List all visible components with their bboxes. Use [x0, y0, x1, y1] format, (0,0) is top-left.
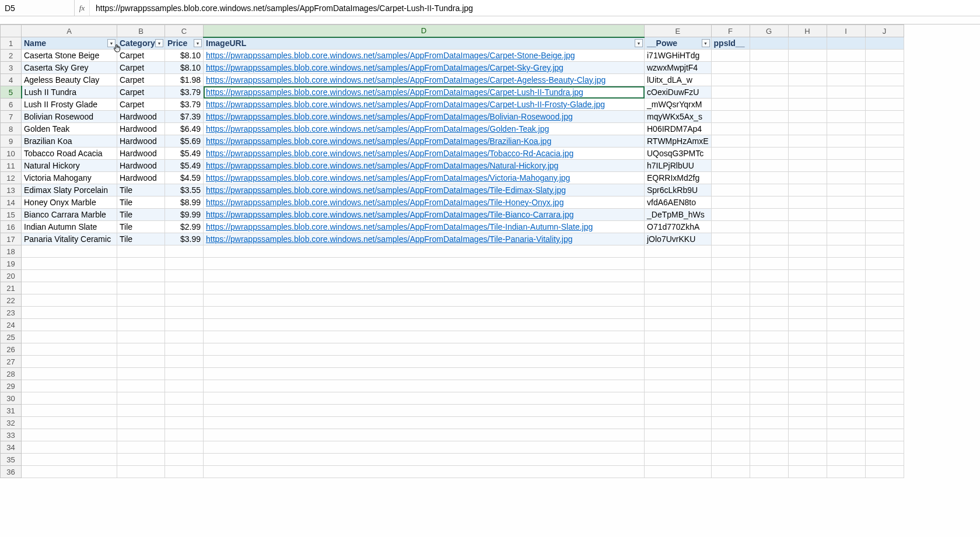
cell[interactable]: Carpet [117, 74, 165, 86]
table-header-cell[interactable]: ImageURL▼ [204, 37, 645, 50]
cell[interactable] [827, 307, 865, 319]
cell[interactable] [865, 441, 904, 454]
cell[interactable] [827, 221, 865, 233]
cell[interactable] [22, 368, 117, 380]
cell[interactable] [165, 331, 204, 343]
cell[interactable] [204, 245, 645, 258]
cell[interactable]: $3.55 [165, 184, 204, 196]
row-header[interactable]: 33 [1, 429, 22, 441]
cell[interactable] [711, 148, 750, 160]
cell[interactable]: Bianco Carrara Marble [22, 209, 117, 221]
cell[interactable]: https://pwrappssamples.blob.core.windows… [204, 221, 645, 233]
cell[interactable]: h7ILPjRlbUU [645, 160, 712, 172]
cell[interactable] [204, 368, 645, 380]
cell[interactable] [204, 417, 645, 429]
cell[interactable] [750, 62, 788, 74]
row-header[interactable]: 34 [1, 441, 22, 454]
cell[interactable] [827, 74, 865, 86]
filter-dropdown-icon[interactable]: ▼ [635, 39, 643, 47]
cell[interactable] [165, 441, 204, 454]
row-header[interactable]: 20 [1, 270, 22, 282]
table-header-cell[interactable] [827, 37, 865, 50]
cell[interactable] [750, 307, 788, 319]
cell[interactable]: $9.99 [165, 209, 204, 221]
cell[interactable]: wzwxMwpjtF4 [645, 62, 712, 74]
cell[interactable] [827, 405, 865, 417]
image-url-link[interactable]: https://pwrappssamples.blob.core.windows… [206, 75, 606, 85]
cell[interactable] [788, 454, 827, 466]
cell[interactable]: Hardwood [117, 172, 165, 184]
cell[interactable] [117, 441, 165, 454]
cell[interactable] [750, 368, 788, 380]
cell[interactable] [711, 172, 750, 184]
cell[interactable]: https://pwrappssamples.blob.core.windows… [204, 233, 645, 245]
cell[interactable]: Tile [117, 209, 165, 221]
cell[interactable] [865, 221, 904, 233]
cell[interactable] [22, 307, 117, 319]
cell[interactable] [117, 245, 165, 258]
cell[interactable] [22, 429, 117, 441]
cell[interactable] [788, 368, 827, 380]
row-header[interactable]: 10 [1, 148, 22, 160]
cell[interactable] [711, 135, 750, 148]
cell[interactable] [204, 331, 645, 343]
cell[interactable] [865, 417, 904, 429]
cell[interactable] [788, 221, 827, 233]
cell[interactable] [788, 245, 827, 258]
cell[interactable]: Caserta Stone Beige [22, 50, 117, 62]
image-url-link[interactable]: https://pwrappssamples.blob.core.windows… [206, 51, 575, 60]
row-header[interactable]: 24 [1, 319, 22, 331]
image-url-link[interactable]: https://pwrappssamples.blob.core.windows… [206, 222, 593, 231]
cell[interactable] [827, 282, 865, 294]
cell[interactable]: Carpet [117, 99, 165, 111]
cell[interactable] [865, 209, 904, 221]
cell[interactable] [165, 454, 204, 466]
row-header[interactable]: 16 [1, 221, 22, 233]
cell[interactable]: https://pwrappssamples.blob.core.windows… [204, 196, 645, 209]
cell[interactable] [865, 123, 904, 135]
cell[interactable] [750, 343, 788, 356]
cell[interactable]: https://pwrappssamples.blob.core.windows… [204, 123, 645, 135]
cell[interactable]: UQosqG3PMTc [645, 148, 712, 160]
cell[interactable] [117, 454, 165, 466]
cell[interactable]: _mWQsrYqrxM [645, 99, 712, 111]
cell[interactable]: H06IRDM7Ap4 [645, 123, 712, 135]
image-url-link[interactable]: https://pwrappssamples.blob.core.windows… [206, 198, 564, 207]
row-header[interactable]: 25 [1, 331, 22, 343]
cell[interactable] [750, 331, 788, 343]
cell[interactable]: $5.49 [165, 148, 204, 160]
cell[interactable] [750, 111, 788, 123]
cell[interactable] [827, 319, 865, 331]
cell[interactable] [865, 111, 904, 123]
cell[interactable] [865, 62, 904, 74]
cell[interactable] [750, 221, 788, 233]
table-header-cell[interactable] [750, 37, 788, 50]
row-header[interactable]: 9 [1, 135, 22, 148]
cell[interactable]: O71d770ZkhA [645, 221, 712, 233]
cell[interactable] [117, 319, 165, 331]
cell[interactable] [788, 282, 827, 294]
cell[interactable] [117, 343, 165, 356]
cell[interactable] [827, 209, 865, 221]
cell[interactable] [711, 343, 750, 356]
cell[interactable] [788, 233, 827, 245]
cell[interactable] [827, 99, 865, 111]
cell[interactable] [645, 245, 712, 258]
cell[interactable] [788, 123, 827, 135]
cell[interactable] [117, 466, 165, 478]
cell[interactable] [711, 307, 750, 319]
cell[interactable]: mqyWKx5Ax_s [645, 111, 712, 123]
cell[interactable] [788, 135, 827, 148]
cell[interactable] [645, 417, 712, 429]
table-header-cell[interactable]: Category▼ [117, 37, 165, 50]
cell[interactable]: Golden Teak [22, 123, 117, 135]
cell[interactable] [645, 405, 712, 417]
cell[interactable]: $8.99 [165, 196, 204, 209]
cell[interactable] [165, 405, 204, 417]
cell[interactable] [22, 258, 117, 270]
cell[interactable] [788, 319, 827, 331]
row-header[interactable]: 14 [1, 196, 22, 209]
cell[interactable]: EQRRIxMd2fg [645, 172, 712, 184]
cell[interactable] [22, 331, 117, 343]
cell[interactable] [750, 356, 788, 368]
